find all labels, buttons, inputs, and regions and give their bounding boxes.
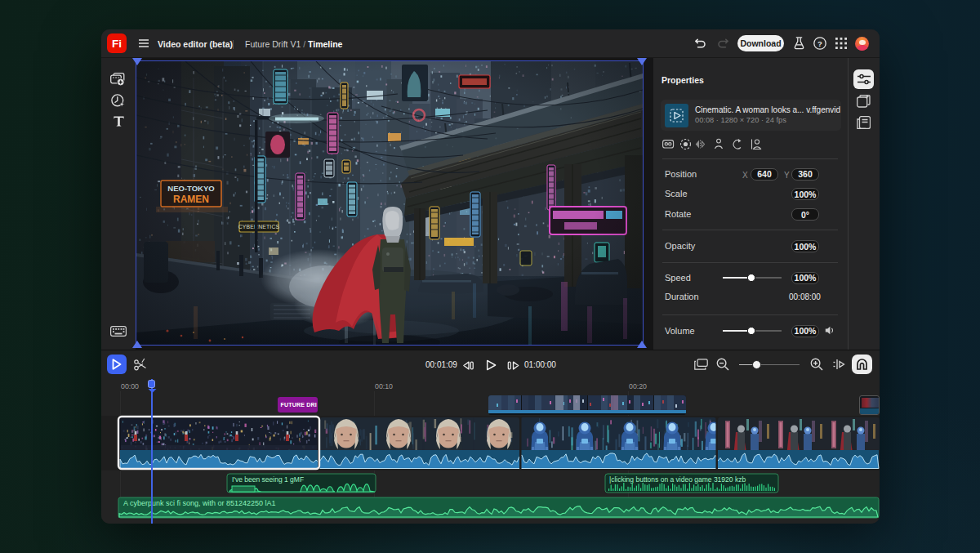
svg-text:A cyberpunk sci fi song, with: A cyberpunk sci fi song, with or 8512422…: [123, 499, 276, 507]
svg-text:?: ?: [817, 39, 822, 48]
svg-text:|clicking buttons on a video g: |clicking buttons on a video game 31920 …: [609, 475, 746, 484]
svg-text:I've been seeing 1 gMF: I've been seeing 1 gMF: [232, 475, 304, 484]
